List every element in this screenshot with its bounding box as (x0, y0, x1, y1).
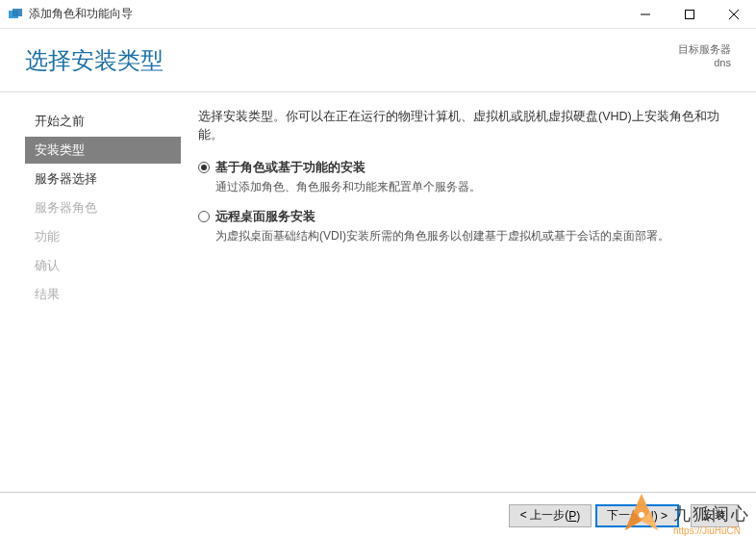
close-button[interactable] (712, 0, 756, 28)
previous-button[interactable]: < 上一步(P) (509, 504, 592, 527)
maximize-button[interactable] (668, 0, 712, 28)
option-remote-desktop-label: 远程桌面服务安装 (215, 209, 315, 225)
nav-installation-type[interactable]: 安装类型 (25, 137, 181, 164)
target-label: 目标服务器 (678, 42, 731, 57)
titlebar: 添加角色和功能向导 (0, 0, 756, 29)
option-remote-desktop-desc: 为虚拟桌面基础结构(VDI)安装所需的角色服务以创建基于虚拟机或基于会话的桌面部… (215, 227, 731, 244)
window-controls (623, 0, 756, 28)
wizard-footer: < 上一步(P) 下一步(N) > 安装 (0, 492, 756, 538)
nav-before-you-begin[interactable]: 开始之前 (25, 108, 181, 135)
svg-rect-3 (686, 10, 694, 18)
target-value: dns (678, 57, 731, 68)
next-button[interactable]: 下一步(N) > (595, 504, 679, 527)
window-title: 添加角色和功能向导 (29, 6, 623, 22)
wizard-nav: 开始之前 安装类型 服务器选择 服务器角色 功能 确认 结果 (0, 92, 181, 492)
install-button[interactable]: 安装 (691, 504, 739, 527)
option-remote-desktop-header[interactable]: 远程桌面服务安装 (198, 209, 731, 225)
nav-results: 结果 (25, 281, 181, 308)
wizard-body: 开始之前 安装类型 服务器选择 服务器角色 功能 确认 结果 选择安装类型。你可… (0, 92, 756, 492)
nav-confirmation: 确认 (25, 252, 181, 279)
app-icon (8, 7, 23, 22)
wizard-main: 选择安装类型。你可以在正在运行的物理计算机、虚拟机或脱机虚拟硬盘(VHD)上安装… (181, 92, 756, 492)
radio-role-based[interactable] (198, 162, 210, 173)
target-info: 目标服务器 dns (678, 42, 731, 68)
instruction-text: 选择安装类型。你可以在正在运行的物理计算机、虚拟机或脱机虚拟硬盘(VHD)上安装… (198, 108, 731, 144)
option-role-based-header[interactable]: 基于角色或基于功能的安装 (198, 160, 731, 176)
option-role-based-desc: 通过添加角色、角色服务和功能来配置单个服务器。 (215, 178, 731, 195)
svg-rect-1 (13, 9, 22, 16)
option-remote-desktop[interactable]: 远程桌面服务安装 为虚拟桌面基础结构(VDI)安装所需的角色服务以创建基于虚拟机… (198, 209, 731, 244)
option-role-based[interactable]: 基于角色或基于功能的安装 通过添加角色、角色服务和功能来配置单个服务器。 (198, 160, 731, 195)
minimize-button[interactable] (623, 0, 668, 28)
wizard-header: 选择安装类型 目标服务器 dns (0, 29, 756, 92)
nav-server-roles: 服务器角色 (25, 194, 181, 221)
radio-remote-desktop[interactable] (198, 211, 210, 222)
option-role-based-label: 基于角色或基于功能的安装 (215, 160, 365, 176)
nav-features: 功能 (25, 223, 181, 250)
page-title: 选择安装类型 (25, 45, 164, 76)
nav-server-selection[interactable]: 服务器选择 (25, 166, 181, 192)
